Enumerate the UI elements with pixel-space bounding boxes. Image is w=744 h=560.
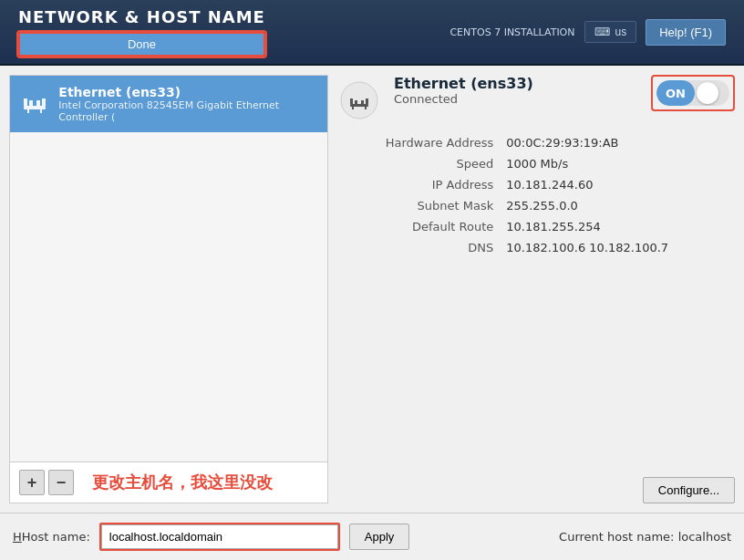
header: NETWORK & HOST NAME Done CENTOS 7 INSTAL… (0, 0, 744, 66)
apply-button[interactable]: Apply (349, 524, 410, 550)
device-list-area (10, 132, 327, 461)
svg-rect-9 (350, 99, 353, 104)
keyboard-icon: ⌨ (594, 26, 610, 38)
svg-rect-8 (350, 104, 368, 107)
svg-rect-14 (365, 107, 367, 109)
hardware-address-value: 00:0C:29:93:19:AB (501, 133, 733, 152)
content-area: Ethernet (ens33) Intel Corporation 82545… (0, 66, 744, 513)
subnet-label: Subnet Mask (339, 196, 499, 215)
right-top: Ethernet (ens33) Connected ON (337, 75, 735, 122)
ip-value: 10.181.244.60 (501, 175, 733, 194)
device-controls: + − 更改主机名，我这里没改 (10, 461, 327, 503)
remove-device-button[interactable]: − (48, 470, 74, 495)
ip-row: IP Address 10.181.244.60 (339, 175, 733, 194)
toggle-on-label: ON (656, 80, 695, 106)
toggle-container: ON (651, 75, 735, 111)
details-table: Hardware Address 00:0C:29:93:19:AB Speed… (337, 131, 735, 259)
dns-row: DNS 10.182.100.6 10.182.100.7 (339, 238, 733, 257)
current-hostname-label: Current host name: (559, 530, 674, 544)
dns-value: 10.182.100.6 10.182.100.7 (501, 238, 733, 257)
gateway-row: Default Route 10.181.255.254 (339, 217, 733, 236)
svg-rect-11 (361, 100, 364, 104)
keyboard-lang: us (615, 26, 627, 38)
dns-label: DNS (339, 238, 499, 257)
current-hostname: Current host name: localhost (559, 530, 731, 544)
svg-rect-1 (24, 99, 27, 106)
hostname-label-underline: H (13, 530, 22, 544)
svg-rect-4 (42, 99, 46, 106)
svg-rect-13 (352, 107, 354, 109)
eth-details: Ethernet (ens33) Connected (394, 75, 533, 106)
eth-device-status: Connected (394, 92, 533, 106)
ethernet-icon (19, 88, 49, 120)
speed-value: 1000 Mb/s (501, 154, 733, 173)
hostname-label: HHost name: (13, 530, 90, 544)
bottom-bar: HHost name: Apply Current host name: loc… (0, 513, 744, 560)
hardware-address-row: Hardware Address 00:0C:29:93:19:AB (339, 133, 733, 152)
device-name: Ethernet (ens33) (58, 85, 318, 99)
header-right: CENTOS 7 INSTALLATION ⌨ us Help! (F1) (450, 19, 726, 46)
hostname-input-wrapper (99, 523, 340, 551)
subnet-row: Subnet Mask 255.255.0.0 (339, 196, 733, 215)
left-panel: Ethernet (ens33) Intel Corporation 82545… (9, 75, 328, 503)
page-title: NETWORK & HOST NAME (18, 7, 265, 26)
connection-toggle[interactable]: ON (656, 80, 729, 106)
speed-label: Speed (339, 154, 499, 173)
ip-label: IP Address (339, 175, 499, 194)
svg-rect-12 (366, 99, 368, 104)
eth-device-icon (337, 78, 381, 122)
done-button[interactable]: Done (18, 32, 265, 57)
gateway-label: Default Route (339, 217, 499, 236)
current-hostname-value: localhost (678, 530, 731, 544)
right-panel: Ethernet (ens33) Connected ON Hardware A… (337, 75, 735, 503)
header-left: NETWORK & HOST NAME Done (18, 7, 265, 57)
configure-area: Configure... (337, 477, 735, 503)
help-button[interactable]: Help! (F1) (646, 19, 726, 46)
network-device-item[interactable]: Ethernet (ens33) Intel Corporation 82545… (10, 76, 327, 132)
main-area: Ethernet (ens33) Intel Corporation 82545… (0, 66, 744, 560)
svg-rect-10 (355, 100, 357, 104)
gateway-value: 10.181.255.254 (501, 217, 733, 236)
eth-device-name: Ethernet (ens33) (394, 75, 533, 92)
add-device-button[interactable]: + (19, 470, 45, 495)
svg-rect-0 (24, 106, 46, 109)
configure-button[interactable]: Configure... (643, 477, 735, 503)
centos-label: CENTOS 7 INSTALLATION (450, 26, 574, 38)
speed-row: Speed 1000 Mb/s (339, 154, 733, 173)
toggle-thumb (697, 82, 718, 104)
annotation-text: 更改主机名，我这里没改 (92, 472, 273, 493)
device-description: Intel Corporation 82545EM Gigabit Ethern… (58, 99, 318, 123)
keyboard-button[interactable]: ⌨ us (584, 21, 637, 43)
hardware-address-label: Hardware Address (339, 133, 499, 152)
eth-info: Ethernet (ens33) Connected (337, 75, 533, 122)
hostname-input[interactable] (101, 524, 338, 549)
subnet-value: 255.255.0.0 (501, 196, 733, 215)
svg-rect-3 (36, 100, 40, 106)
svg-point-7 (341, 82, 377, 119)
svg-rect-2 (29, 100, 33, 106)
svg-rect-6 (40, 109, 42, 113)
device-info: Ethernet (ens33) Intel Corporation 82545… (58, 85, 318, 123)
svg-rect-5 (27, 109, 29, 113)
